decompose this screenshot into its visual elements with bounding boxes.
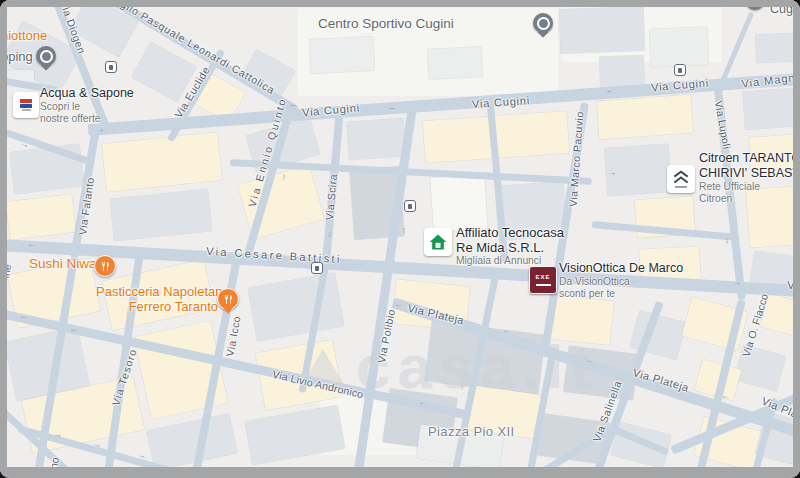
poi-name: hiottone — [1, 28, 47, 43]
poi-subtitle: Rete Ufficiale — [699, 181, 800, 193]
frame-bar-top — [0, 0, 800, 7]
bus-stop-icon[interactable] — [311, 262, 323, 274]
building — [756, 33, 797, 62]
building — [649, 27, 708, 67]
building — [110, 189, 212, 241]
poi-name: Centro Sportivo Cugini — [318, 16, 454, 31]
building — [427, 47, 482, 80]
poi-citroen[interactable]: Citroen TARANTOCHIRIVI' SEBASTIARete Uff… — [699, 151, 800, 205]
bus-stop-icon[interactable] — [674, 64, 686, 76]
building — [248, 273, 344, 341]
bus-stop-icon[interactable] — [404, 200, 416, 212]
visionottica-logo-icon[interactable]: EXE — [529, 266, 557, 294]
poi-name: Pasticceria Napoletana — [96, 284, 218, 299]
street-label: Via Cugini — [472, 94, 531, 110]
poi-tecnocasa[interactable]: Affiliato TecnocasaRe Mida S.R.L.Migliai… — [456, 225, 564, 267]
street-direction-arrow: → — [95, 124, 105, 135]
street-direction-arrow: ← — [720, 390, 732, 402]
building — [550, 295, 614, 345]
poi-subtitle: nostre offerte — [40, 113, 134, 125]
poi-subtitle: Citroen — [699, 193, 800, 205]
street-direction-arrow: ← — [387, 102, 397, 113]
frame-bar-right — [793, 0, 800, 478]
building — [309, 36, 375, 73]
building — [347, 118, 406, 160]
place-pin-icon[interactable] — [533, 13, 553, 33]
frame-bar-left — [0, 0, 7, 478]
building — [147, 414, 237, 471]
visionottica-logo-text: EXE — [535, 274, 550, 281]
logo-red-stripe — [20, 99, 32, 103]
street-label: Via Lupoli — [713, 100, 733, 150]
bus-stop-icon[interactable] — [105, 61, 117, 73]
poi-acqua-sapone[interactable]: Acqua & SaponeScopri lenostre offerte — [40, 86, 134, 125]
logo-text-line — [22, 109, 31, 111]
street-segment — [720, 11, 755, 83]
frame-bar-bottom — [0, 467, 800, 478]
street-direction-arrow: ← — [605, 85, 615, 96]
citroen-logo-icon[interactable] — [667, 165, 695, 193]
tecnocasa-house-icon[interactable] — [424, 228, 452, 256]
street-direction-arrow: → — [136, 449, 147, 461]
building — [597, 95, 693, 139]
street-direction-arrow: ↓ — [327, 229, 332, 239]
street-label: Via Marco Pacuvio — [567, 111, 586, 207]
poi-centro-sportivo-cugini[interactable]: Centro Sportivo Cugini — [318, 16, 454, 31]
poi-subtitle: Scopri le — [40, 101, 134, 113]
poi-name: Affiliato Tecnocasa — [456, 225, 564, 240]
poi-name: Sushi Niwa — [29, 256, 97, 271]
street-direction-arrow: → — [19, 138, 31, 150]
street-direction-arrow: ↓ — [724, 235, 730, 245]
building — [743, 88, 796, 129]
acqua-sapone-logo-icon[interactable] — [13, 92, 39, 118]
poi-piazza-pio-xii[interactable]: Piazza Pio XII — [428, 424, 515, 439]
map-screenshot-frame: casa.it →→←←←←→↑↓↑→↓←←←←←←←→→→↑Via Dioge… — [0, 0, 800, 478]
building — [559, 7, 644, 54]
logo-blue-stripe — [20, 104, 32, 108]
poi-name: Piazza Pio XII — [428, 424, 515, 439]
map-canvas[interactable]: casa.it →→←←←←→↑↓↑→↓←←←←←←←→→→↑Via Dioge… — [0, 0, 800, 478]
poi-pasticceria-ferrero[interactable]: Pasticceria NapoletanaFerrero Taranto — [96, 284, 218, 314]
visionottica-logo-bar — [536, 284, 551, 286]
poi-name: VisionOttica De Marco — [559, 261, 683, 276]
building — [6, 194, 76, 240]
poi-ghiottone[interactable]: hiottone — [1, 28, 47, 43]
place-pin-icon[interactable] — [36, 46, 56, 66]
poi-name: Citroen TARANTO — [699, 151, 800, 166]
poi-name: CHIRIVI' SEBASTIA — [699, 166, 800, 181]
building — [245, 405, 345, 465]
poi-subtitle: Da VisionOttica — [559, 276, 683, 288]
restaurant-icon[interactable] — [94, 255, 116, 277]
poi-name: Re Mida S.R.L. — [456, 240, 564, 255]
poi-name: Acqua & Sapone — [40, 86, 134, 101]
restaurant-pin-icon[interactable] — [217, 288, 239, 310]
street-label: Via Scira — [323, 173, 339, 220]
poi-sushi-niwa[interactable]: Sushi Niwa — [29, 256, 97, 271]
building — [102, 132, 222, 192]
poi-subtitle: sconti per te — [559, 288, 683, 300]
building — [430, 174, 488, 232]
poi-visionottica[interactable]: VisionOttica De MarcoDa VisionOtticascon… — [559, 261, 683, 300]
street-direction-arrow: ← — [288, 99, 298, 110]
poi-name: Ferrero Taranto — [96, 299, 218, 314]
street-direction-arrow: → — [732, 277, 742, 288]
street-direction-arrow: → — [607, 167, 617, 177]
street-direction-arrow: ↑ — [401, 225, 406, 235]
street-direction-arrow: ← — [27, 239, 37, 249]
